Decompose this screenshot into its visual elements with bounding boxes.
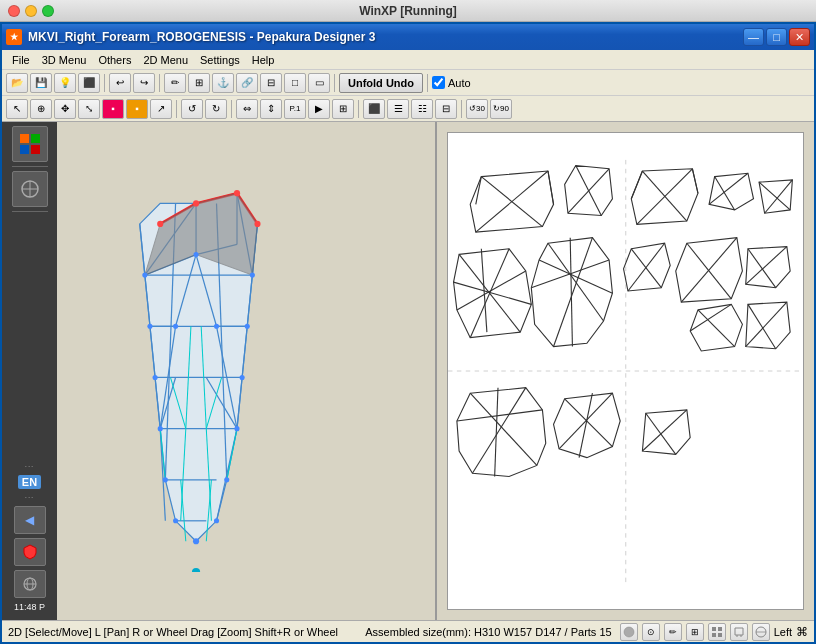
flip-h-btn[interactable]: ⇔: [236, 99, 258, 119]
redo-btn[interactable]: ↪: [133, 73, 155, 93]
redo2-btn[interactable]: ↻: [205, 99, 227, 119]
svg-line-81: [475, 177, 481, 205]
open-folder-btn[interactable]: 📂: [6, 73, 28, 93]
svg-line-130: [564, 399, 612, 447]
status-icon-6[interactable]: [730, 623, 748, 641]
svg-rect-0: [20, 134, 29, 143]
pencil-btn[interactable]: ✏: [164, 73, 186, 93]
status-icon-4[interactable]: ⊞: [686, 623, 704, 641]
svg-point-63: [245, 324, 250, 329]
status-right-text: Assembled size(mm): H310 W157 D147 / Par…: [365, 626, 611, 638]
svg-line-108: [570, 238, 572, 347]
save-btn[interactable]: 💾: [30, 73, 52, 93]
auto-checkbox-group[interactable]: Auto: [432, 76, 471, 89]
menu-settings[interactable]: Settings: [194, 53, 246, 67]
left-sidebar: ··· EN ··· ◀ 11:48 P: [2, 122, 57, 620]
align-center-btn[interactable]: ☰: [387, 99, 409, 119]
color2-btn[interactable]: ▪: [126, 99, 148, 119]
close-btn[interactable]: ✕: [789, 28, 810, 46]
svg-line-111: [627, 243, 664, 291]
svg-line-126: [472, 388, 525, 474]
tb2-sep-1: [176, 100, 177, 118]
status-icon-5[interactable]: [708, 623, 726, 641]
win-controls[interactable]: — □ ✕: [743, 28, 810, 46]
status-icon-network[interactable]: [752, 623, 770, 641]
maximize-btn[interactable]: □: [766, 28, 787, 46]
menu-2dmenu[interactable]: 2D Menu: [137, 53, 194, 67]
page-btn[interactable]: P.1: [284, 99, 306, 119]
menu-help[interactable]: Help: [246, 53, 281, 67]
status-icon-1[interactable]: [620, 623, 638, 641]
svg-point-67: [240, 375, 245, 380]
svg-line-107: [539, 260, 612, 293]
tb-sep-3: [334, 74, 335, 92]
cube-btn[interactable]: ⬛: [78, 73, 100, 93]
move-btn[interactable]: ✥: [54, 99, 76, 119]
t3-btn[interactable]: ↗: [150, 99, 172, 119]
flip-v-btn[interactable]: ⇕: [260, 99, 282, 119]
tb2-sep-2: [231, 100, 232, 118]
mac-max-btn[interactable]: [42, 5, 54, 17]
sidebar-shield-icon[interactable]: [14, 538, 46, 566]
mac-title-bar: WinXP [Running]: [0, 0, 816, 22]
3d-view-panel[interactable]: [57, 122, 437, 620]
align-left-btn[interactable]: ⬛: [363, 99, 385, 119]
rot-cw-btn[interactable]: ↻90: [490, 99, 512, 119]
rect-btn[interactable]: □: [284, 73, 306, 93]
mac-traffic-lights[interactable]: [8, 5, 54, 17]
auto-checkbox[interactable]: [432, 76, 445, 89]
distribute-btn[interactable]: ⊟: [435, 99, 457, 119]
net-btn[interactable]: ⊟: [260, 73, 282, 93]
status-icon-2[interactable]: ⊙: [642, 623, 660, 641]
win-title-bar[interactable]: ★ MKVI_Right_Forearm_ROBOGENESIS - Pepak…: [2, 24, 814, 50]
sidebar-view-icon[interactable]: [12, 171, 48, 207]
svg-point-65: [214, 324, 219, 329]
svg-point-69: [234, 426, 239, 431]
status-bar: 2D [Select/Move] L [Pan] R or Wheel Drag…: [2, 620, 814, 642]
undo2-btn[interactable]: ↺: [181, 99, 203, 119]
lang-badge: EN: [18, 475, 41, 489]
menu-others[interactable]: Others: [92, 53, 137, 67]
svg-point-56: [193, 200, 199, 206]
scale-btn[interactable]: ⤡: [78, 99, 100, 119]
svg-line-116: [747, 249, 775, 288]
svg-point-57: [234, 190, 240, 196]
svg-line-122: [747, 304, 775, 348]
status-left-text: 2D [Select/Move] L [Pan] R or Wheel Drag…: [8, 626, 357, 638]
snap-btn[interactable]: ⊞: [332, 99, 354, 119]
svg-point-60: [142, 273, 147, 278]
mac-min-btn[interactable]: [25, 5, 37, 17]
rect2-btn[interactable]: ▭: [308, 73, 330, 93]
status-icon-3[interactable]: ✏: [664, 623, 682, 641]
color-btn[interactable]: ▪: [102, 99, 124, 119]
select-btn[interactable]: ↖: [6, 99, 28, 119]
minimize-btn[interactable]: —: [743, 28, 764, 46]
sidebar-divider-2: [12, 211, 48, 212]
svg-marker-141: [735, 628, 743, 635]
tb-sep-1: [104, 74, 105, 92]
more-btn[interactable]: ▶: [308, 99, 330, 119]
svg-line-135: [642, 410, 686, 451]
point-btn[interactable]: ⊕: [30, 99, 52, 119]
2d-view-panel[interactable]: [437, 122, 815, 620]
link-btn[interactable]: 🔗: [236, 73, 258, 93]
bulb-btn[interactable]: 💡: [54, 73, 76, 93]
svg-rect-2: [20, 145, 29, 154]
svg-point-136: [624, 627, 634, 637]
anchor-btn[interactable]: ⚓: [212, 73, 234, 93]
sidebar-arrow-left[interactable]: ◀: [14, 506, 46, 534]
align-right-btn[interactable]: ☷: [411, 99, 433, 119]
mac-close-btn[interactable]: [8, 5, 20, 17]
undo-btn[interactable]: ↩: [109, 73, 131, 93]
sidebar-divider-1: [12, 166, 48, 167]
tool2-btn[interactable]: ⊞: [188, 73, 210, 93]
unfold-undo-btn[interactable]: Unfold Undo: [339, 73, 423, 93]
svg-marker-121: [745, 302, 789, 349]
menu-file[interactable]: File: [6, 53, 36, 67]
svg-point-62: [147, 324, 152, 329]
rot-ccw-btn[interactable]: ↺30: [466, 99, 488, 119]
sidebar-network-icon[interactable]: [14, 570, 46, 598]
svg-line-89: [631, 171, 642, 199]
left-label: Left: [774, 626, 792, 638]
menu-3dmenu[interactable]: 3D Menu: [36, 53, 93, 67]
